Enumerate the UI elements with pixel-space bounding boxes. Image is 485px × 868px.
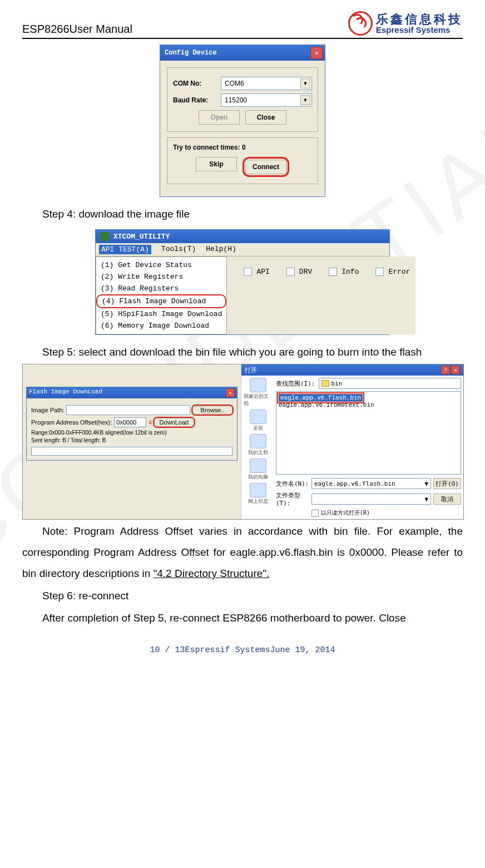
step5-figure: Flash Image DownLoad ✕ Image Path: Brows… bbox=[22, 364, 464, 520]
cancel-button[interactable]: 取消 bbox=[433, 494, 461, 505]
checkbox-error[interactable]: Error bbox=[375, 268, 410, 276]
offset-label: Program Address Offset(hex): bbox=[31, 419, 112, 426]
logo-icon bbox=[348, 11, 373, 36]
readonly-label: 以只读方式打开(R) bbox=[321, 509, 370, 517]
progress-bar bbox=[31, 447, 232, 456]
filename-label: 文件名(N): bbox=[276, 480, 309, 488]
browse-button[interactable]: Browse.. bbox=[192, 406, 232, 415]
file-list[interactable]: eagle.app.v6.flash.bin eagle.app.v6.irom… bbox=[276, 391, 461, 475]
menu-tools[interactable]: Tools(T) bbox=[161, 245, 196, 254]
checkbox-info[interactable]: Info bbox=[329, 268, 359, 276]
menu-help[interactable]: Help(H) bbox=[206, 245, 236, 254]
image-path-label: Image Path: bbox=[31, 407, 64, 413]
close-icon[interactable]: ✕ bbox=[310, 47, 323, 59]
baud-rate-value: 115200 bbox=[225, 96, 247, 104]
page-footer: 10 / 13Espressif SystemsJune 19, 2014 bbox=[22, 645, 463, 655]
offset-input[interactable]: 0x0000 bbox=[114, 417, 146, 427]
try-connect-label: Try to connect times: 0 bbox=[173, 144, 312, 151]
xtcom-window: XTCOM_UTILITY API TEST(A) Tools(T) Help(… bbox=[95, 229, 390, 335]
filetype-label: 文件类型(T): bbox=[276, 491, 309, 507]
step5-text: Step 5: select and download the bin file… bbox=[22, 342, 463, 363]
page-header: ESP8266User Manual 乐鑫信息科技 Espressif Syst… bbox=[22, 11, 463, 39]
com-no-label: COM No: bbox=[173, 80, 216, 87]
api-menu: (1) Get Device Status (2) Write Register… bbox=[96, 257, 227, 334]
place-documents[interactable]: 我的文档 bbox=[248, 434, 268, 456]
lookin-value: bin bbox=[331, 380, 343, 387]
file-item[interactable]: eagle.app.v6.irom0text.bin bbox=[279, 402, 458, 408]
header-title: ESP8266User Manual bbox=[22, 23, 132, 36]
place-desktop[interactable]: 桌面 bbox=[250, 410, 266, 432]
chevron-down-icon[interactable]: ▼ bbox=[300, 78, 310, 88]
app-icon bbox=[100, 232, 109, 241]
open-button[interactable]: Open bbox=[199, 110, 240, 125]
com-no-value: COM6 bbox=[225, 80, 244, 87]
help-icon[interactable]: ? bbox=[441, 366, 450, 374]
com-no-select[interactable]: COM6 ▼ bbox=[221, 77, 312, 90]
close-icon[interactable]: ✕ bbox=[226, 388, 235, 397]
menu-item[interactable]: (6) Memory Image Download bbox=[96, 320, 226, 332]
menu-item[interactable]: (5) HSpiFlash Image Download bbox=[96, 308, 226, 320]
range-text: Range:0x000-0xFFF000,4KB aligned(low 12b… bbox=[31, 430, 232, 436]
logo: 乐鑫信息科技 Espressif Systems bbox=[348, 11, 463, 36]
menubar: API TEST(A) Tools(T) Help(H) bbox=[96, 243, 389, 257]
step6-text: Step 6: re-connect bbox=[22, 585, 463, 606]
sent-length-text: Sent length: B / Total length: B bbox=[31, 437, 232, 443]
logo-en: Espressif Systems bbox=[376, 26, 463, 34]
lookin-select[interactable]: bin bbox=[319, 378, 462, 389]
places-bar: 我最近的文档 桌面 我的文档 我的电脑 网上邻居 bbox=[244, 378, 273, 517]
file-selected[interactable]: eagle.app.v6.flash.bin bbox=[279, 394, 363, 402]
connect-button[interactable]: Connect bbox=[245, 160, 286, 174]
offset-annotation: 4 bbox=[149, 420, 152, 426]
section-link: "4.2 Directory Structure". bbox=[154, 568, 270, 579]
lookin-label: 查找范围(I): bbox=[276, 379, 315, 388]
menu-api-test[interactable]: API TEST(A) bbox=[99, 245, 151, 254]
chevron-down-icon[interactable]: ▼ bbox=[300, 95, 310, 105]
baud-rate-label: Baud Rate: bbox=[173, 96, 216, 104]
config-device-dialog: Config Device ✕ COM No: COM6 ▼ B bbox=[160, 45, 325, 197]
menu-item[interactable]: (2) Write Registers bbox=[96, 271, 226, 283]
readonly-checkbox[interactable] bbox=[311, 510, 319, 517]
download-button[interactable]: DownLoad bbox=[154, 418, 194, 427]
baud-rate-select[interactable]: 115200 ▼ bbox=[221, 93, 312, 107]
image-path-input[interactable] bbox=[66, 405, 190, 415]
place-computer[interactable]: 我的电脑 bbox=[248, 458, 268, 481]
place-network[interactable]: 网上邻居 bbox=[248, 483, 268, 505]
checkbox-drv[interactable]: DRV bbox=[286, 268, 312, 276]
note-text: Note: Program Address Offset varies in a… bbox=[22, 521, 463, 584]
dialog-title: Config Device bbox=[165, 49, 217, 57]
flash-download-dialog: Flash Image DownLoad ✕ Image Path: Brows… bbox=[26, 387, 237, 461]
menu-item-flash-image[interactable]: (4) Flash Image Download bbox=[96, 294, 226, 308]
filename-input[interactable]: eagle.app.v6.flash.bin▼ bbox=[311, 478, 431, 489]
menu-item[interactable]: (3) Read Registers bbox=[96, 283, 226, 294]
logo-cn: 乐鑫信息科技 bbox=[376, 13, 463, 26]
flash-dialog-title: Flash Image DownLoad bbox=[29, 388, 102, 397]
folder-icon bbox=[321, 380, 329, 387]
filetype-select[interactable]: ▼ bbox=[311, 494, 431, 505]
place-recent[interactable]: 我最近的文档 bbox=[244, 378, 273, 407]
step4-text: Step 4: download the image file bbox=[22, 204, 463, 225]
xtcom-title: XTCOM_UTILITY bbox=[113, 233, 170, 241]
skip-button[interactable]: Skip bbox=[196, 157, 237, 171]
open-button[interactable]: 打开(O) bbox=[433, 478, 461, 489]
checkbox-api[interactable]: API bbox=[244, 268, 269, 276]
menu-item[interactable]: (1) Get Device Status bbox=[96, 259, 226, 271]
close-icon[interactable]: ✕ bbox=[451, 366, 460, 374]
close-button[interactable]: Close bbox=[245, 110, 286, 125]
step6b-text: After completion of Step 5, re-connect E… bbox=[22, 608, 463, 629]
open-dialog-title: 打开 bbox=[245, 366, 257, 374]
